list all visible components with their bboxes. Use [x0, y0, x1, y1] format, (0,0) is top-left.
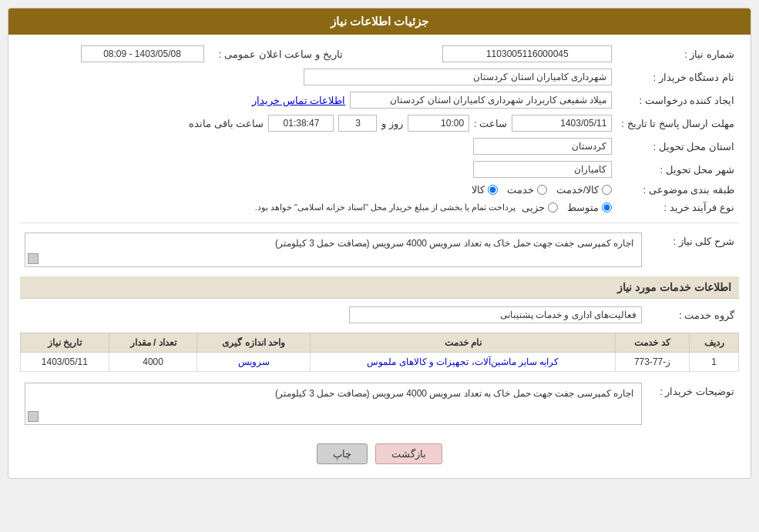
- purchase-type-row: متوسط جزیی پرداخت تمام یا بخشی از مبلغ خ…: [20, 199, 616, 216]
- creator-input[interactable]: [350, 92, 612, 109]
- description-box: اجاره کمپرسی جفت جهت حمل خاک به تعداد سر…: [25, 233, 642, 267]
- main-card: جزئیات اطلاعات نیاز شماره نیاز : تاریخ و…: [8, 8, 751, 479]
- service-group-label: گروه خدمت :: [646, 303, 739, 326]
- buyer-notes-cell: اجاره کمپرسی جفت جهت حمل خاک به تعداد سر…: [20, 380, 646, 428]
- buyer-notes-table: توضیحات خریدار : اجاره کمپرسی جفت جهت حم…: [20, 380, 739, 428]
- card-header: جزئیات اطلاعات نیاز: [8, 8, 751, 35]
- cell-unit: سرویس: [197, 353, 311, 372]
- deadline-days-label: روز و: [381, 118, 403, 129]
- date-value: [20, 42, 209, 65]
- description-cell: اجاره کمپرسی جفت جهت حمل خاک به تعداد سر…: [20, 229, 646, 270]
- province-input[interactable]: [473, 138, 612, 155]
- col-header-code: کد خدمت: [616, 333, 690, 353]
- city-value: [20, 158, 616, 181]
- deadline-days-input[interactable]: [338, 115, 377, 132]
- purchase-type-label: نوع فرآیند خرید :: [616, 199, 739, 216]
- card-body: شماره نیاز : تاریخ و ساعت اعلان عمومی : …: [8, 35, 751, 478]
- info-table-top: شماره نیاز : تاریخ و ساعت اعلان عمومی : …: [20, 42, 739, 216]
- deadline-time-input[interactable]: [408, 115, 469, 132]
- cell-date: 1403/05/11: [21, 353, 109, 372]
- back-button[interactable]: بازگشت: [375, 443, 442, 464]
- city-label: شهر محل تحویل :: [616, 158, 739, 181]
- category-kala[interactable]: کالا: [472, 184, 498, 196]
- deadline-time-label: ساعت :: [474, 118, 507, 129]
- buyer-notes-box: اجاره کمپرسی جفت جهت حمل خاک به تعداد سر…: [25, 383, 642, 425]
- buyer-notes-text: اجاره کمپرسی جفت جهت حمل خاک به تعداد سر…: [275, 388, 633, 399]
- deadline-label: مهلت ارسال پاسخ تا تاریخ :: [616, 112, 739, 135]
- cell-qty: 4000: [109, 353, 197, 372]
- description-wrapper: اجاره کمپرسی جفت جهت حمل خاک به تعداد سر…: [25, 233, 642, 267]
- services-section-header: اطلاعات خدمات مورد نیاز: [20, 276, 739, 299]
- deadline-row: ساعت : روز و ساعت باقی مانده: [20, 112, 616, 135]
- col-header-name: نام خدمت: [311, 333, 616, 353]
- date-label: تاریخ و ساعت اعلان عمومی :: [209, 42, 348, 65]
- contact-link[interactable]: اطلاعات تماس خریدار: [252, 95, 345, 106]
- service-group-input[interactable]: [349, 306, 642, 323]
- col-header-rownum: ردیف: [690, 333, 739, 353]
- col-header-unit: واحد اندازه گیری: [197, 333, 311, 353]
- description-label: شرح کلی نیاز :: [646, 229, 739, 270]
- creator-value: اطلاعات تماس خریدار: [20, 89, 616, 112]
- purchase-jozi[interactable]: جزیی: [522, 202, 558, 213]
- category-kala-khedmat[interactable]: کالا/خدمت: [556, 184, 613, 196]
- cell-rownum: 1: [690, 353, 739, 372]
- divider-1: [20, 223, 739, 223]
- purchase-type-note: پرداخت تمام یا بخشی از مبلغ خریدار محل "…: [255, 202, 516, 212]
- deadline-date-input[interactable]: [512, 115, 612, 132]
- buyer-org-input[interactable]: [304, 69, 612, 85]
- print-button[interactable]: چاپ: [317, 443, 368, 464]
- need-number-input[interactable]: [442, 45, 612, 62]
- deadline-remaining-input[interactable]: [268, 115, 334, 132]
- city-input[interactable]: [473, 161, 612, 178]
- category-khedmat[interactable]: خدمت: [507, 184, 547, 196]
- page-title: جزئیات اطلاعات نیاز: [331, 15, 428, 28]
- purchase-motevaset[interactable]: متوسط: [567, 202, 612, 213]
- need-number-label: شماره نیاز :: [616, 42, 739, 65]
- description-table: شرح کلی نیاز : اجاره کمپرسی جفت جهت حمل …: [20, 229, 739, 270]
- category-label: طبقه بندی موضوعی :: [616, 181, 739, 199]
- deadline-remaining-label: ساعت باقی مانده: [189, 118, 264, 129]
- col-header-qty: تعداد / مقدار: [109, 333, 197, 353]
- buyer-notes-wrapper: اجاره کمپرسی جفت جهت حمل خاک به تعداد سر…: [25, 383, 642, 425]
- cell-code: ز-77-773: [616, 353, 690, 372]
- cell-name: کرایه سایر ماشین‌آلات، تجهیزات و کالاهای…: [311, 353, 616, 372]
- creator-label: ایجاد کننده درخواست :: [616, 89, 739, 112]
- date-input[interactable]: [81, 45, 204, 62]
- services-table: ردیف کد خدمت نام خدمت واحد اندازه گیری ت…: [20, 333, 739, 372]
- footer-buttons: بازگشت چاپ: [20, 434, 739, 470]
- service-group-table: گروه خدمت :: [20, 303, 739, 326]
- col-header-date: تاریخ نیاز: [21, 333, 109, 353]
- need-number-value: [363, 42, 617, 65]
- province-label: استان محل تحویل :: [616, 135, 739, 158]
- resize-handle-icon-2: [28, 411, 39, 422]
- resize-handle-icon: [28, 253, 39, 264]
- service-group-value: [20, 303, 646, 326]
- buyer-org-label: نام دستگاه خریدار :: [616, 65, 739, 89]
- category-options: کالا/خدمت خدمت کالا: [20, 181, 616, 199]
- table-row: 1ز-77-773کرایه سایر ماشین‌آلات، تجهیزات …: [21, 353, 739, 372]
- province-value: [20, 135, 616, 158]
- buyer-org-value: [20, 65, 616, 89]
- buyer-notes-label: توضیحات خریدار :: [646, 380, 739, 428]
- description-text: اجاره کمپرسی جفت جهت حمل خاک به تعداد سر…: [275, 238, 633, 249]
